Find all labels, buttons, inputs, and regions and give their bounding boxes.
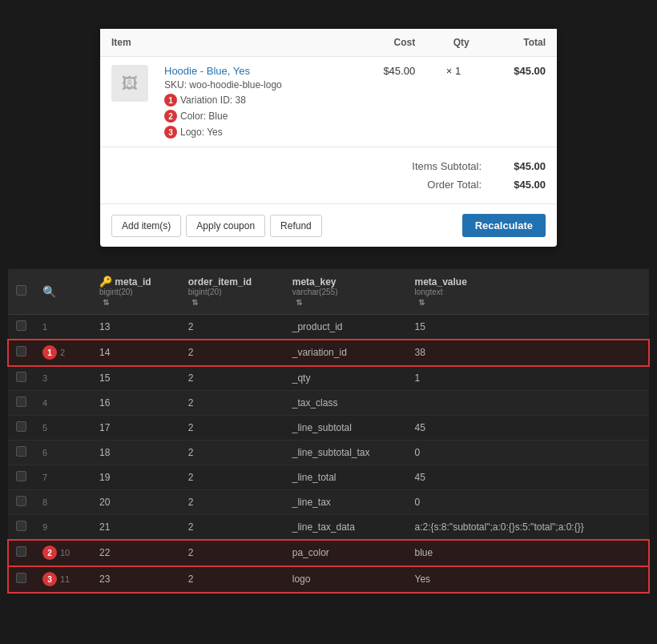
select-all-checkbox[interactable] bbox=[16, 285, 26, 296]
row-checkbox-cell bbox=[8, 366, 34, 391]
row-num-cell: 210 bbox=[34, 540, 91, 566]
cell-order-item_id: 2 bbox=[180, 416, 284, 441]
cell-meta-id: 23 bbox=[91, 566, 180, 593]
cell-order-item_id: 2 bbox=[180, 566, 284, 593]
cell-meta-id: 20 bbox=[91, 490, 180, 515]
order-total-label: Order Total: bbox=[427, 179, 482, 191]
cell-meta-key: _variation_id bbox=[284, 340, 407, 366]
row-checkbox[interactable] bbox=[16, 372, 26, 382]
cell-meta-value: 45 bbox=[407, 416, 650, 441]
product-info-cell: Hoodie - Blue, Yes SKU: woo-hoodie-blue-… bbox=[153, 57, 350, 147]
cell-meta-value: blue bbox=[407, 540, 650, 566]
cell-meta-value: 38 bbox=[407, 340, 650, 366]
cell-meta-value: 1 bbox=[407, 366, 650, 391]
product-link[interactable]: Hoodie - Blue, Yes bbox=[164, 65, 250, 77]
row-checkbox[interactable] bbox=[16, 471, 26, 481]
row-number: 4 bbox=[34, 391, 91, 416]
cell-meta-key: _line_tax bbox=[284, 490, 407, 515]
order-item-id-header[interactable]: order_item_id bigint(20) ⇅ bbox=[180, 269, 284, 315]
table-row: 210222pa_colorblue bbox=[8, 540, 649, 566]
meta-id-label: meta_id bbox=[115, 276, 151, 288]
table-row: 1132_product_id15 bbox=[8, 315, 649, 340]
row-checkbox-cell bbox=[8, 465, 34, 490]
search-icon[interactable]: 🔍 bbox=[42, 285, 56, 298]
subtotal-row: Items Subtotal: $45.00 bbox=[111, 157, 546, 175]
cost-header: Cost bbox=[350, 29, 426, 57]
table-row: 7192_line_total45 bbox=[8, 465, 649, 490]
refund-button[interactable]: Refund bbox=[270, 215, 322, 237]
row-checkbox[interactable] bbox=[16, 421, 26, 432]
meta-value-sort[interactable]: ⇅ bbox=[418, 298, 425, 307]
cell-order-item_id: 2 bbox=[180, 315, 284, 340]
meta-id-header[interactable]: 🔑 meta_id bigint(20) ⇅ bbox=[91, 269, 180, 315]
cell-meta-id: 18 bbox=[91, 441, 180, 465]
cell-meta-key: _product_id bbox=[284, 315, 407, 340]
cell-meta-id: 16 bbox=[91, 391, 180, 416]
row-checkbox[interactable] bbox=[16, 521, 26, 531]
row-number: 3 bbox=[34, 366, 91, 391]
logo-label: Logo: Yes bbox=[180, 127, 223, 138]
cell-meta-key: _tax_class bbox=[284, 391, 407, 416]
row-number: 7 bbox=[34, 465, 91, 490]
apply-coupon-button[interactable]: Apply coupon bbox=[186, 215, 265, 237]
variation-id-label: Variation ID: 38 bbox=[180, 95, 246, 106]
recalculate-button[interactable]: Recalculate bbox=[462, 214, 546, 237]
cell-order-item_id: 2 bbox=[180, 366, 284, 391]
row-badge: 2 bbox=[42, 545, 57, 560]
cell-order-item_id: 2 bbox=[180, 441, 284, 465]
meta-key-label: meta_key bbox=[292, 276, 337, 288]
row-checkbox[interactable] bbox=[16, 546, 26, 557]
row-checkbox[interactable] bbox=[16, 446, 26, 457]
variation-badge-1: 1 bbox=[164, 94, 177, 107]
product-sku: SKU: woo-hoodie-blue-logo bbox=[164, 79, 339, 91]
meta-key-sort[interactable]: ⇅ bbox=[296, 298, 302, 307]
row-checkbox-cell bbox=[8, 416, 34, 441]
cell-meta-key: pa_color bbox=[284, 540, 407, 566]
row-checkbox-cell bbox=[8, 340, 34, 366]
meta-value-label: meta_value bbox=[415, 276, 467, 288]
cell-meta-id: 17 bbox=[91, 416, 180, 441]
row-checkbox-cell bbox=[8, 391, 34, 416]
order-total-value: $45.00 bbox=[498, 179, 546, 191]
order-panel: Item Cost Qty Total 🖼 Hoodie - Blue, Yes bbox=[100, 29, 557, 247]
item-header: Item bbox=[100, 29, 350, 57]
row-checkbox-cell bbox=[8, 441, 34, 465]
row-checkbox-cell bbox=[8, 515, 34, 540]
row-checkbox-cell bbox=[8, 540, 34, 566]
table-row: 9212_line_tax_dataa:2:{s:8:"subtotal";a:… bbox=[8, 515, 649, 540]
cell-meta-key: _line_total bbox=[284, 465, 407, 490]
row-number: 1 bbox=[34, 315, 91, 340]
meta-id-sort[interactable]: ⇅ bbox=[103, 298, 109, 307]
cell-order-item_id: 2 bbox=[180, 391, 284, 416]
row-number: 11 bbox=[60, 574, 70, 584]
subtotal-label: Items Subtotal: bbox=[412, 160, 482, 172]
meta-key-type: varchar(255) bbox=[292, 288, 399, 296]
cell-meta-value: a:2:{s:8:"subtotal";a:0:{}s:5:"total";a:… bbox=[407, 515, 650, 540]
row-checkbox[interactable] bbox=[16, 573, 26, 583]
row-num-cell: 12 bbox=[34, 340, 91, 366]
order-item-id-sort[interactable]: ⇅ bbox=[191, 298, 198, 307]
add-items-button[interactable]: Add item(s) bbox=[111, 215, 181, 237]
color-row: 2 Color: Blue bbox=[164, 110, 339, 123]
cell-meta-id: 13 bbox=[91, 315, 180, 340]
row-number: 6 bbox=[34, 441, 91, 465]
meta-key-header[interactable]: meta_key varchar(255) ⇅ bbox=[284, 269, 407, 315]
db-table: 🔍 🔑 meta_id bigint(20) ⇅ order_item_id b… bbox=[8, 269, 649, 593]
order-item-id-type: bigint(20) bbox=[188, 288, 276, 296]
cell-meta-value bbox=[407, 391, 650, 416]
row-checkbox[interactable] bbox=[16, 346, 26, 356]
row-checkbox[interactable] bbox=[16, 320, 26, 331]
row-checkbox[interactable] bbox=[16, 396, 26, 407]
subtotal-value: $45.00 bbox=[498, 160, 546, 172]
image-placeholder-icon: 🖼 bbox=[122, 74, 138, 93]
row-number: 5 bbox=[34, 416, 91, 441]
cell-meta-key: _line_tax_data bbox=[284, 515, 407, 540]
table-row: 311232logoYes bbox=[8, 566, 649, 593]
key-icon: 🔑 bbox=[99, 276, 112, 288]
action-buttons-left: Add item(s) Apply coupon Refund bbox=[111, 215, 322, 237]
table-row: 4162_tax_class bbox=[8, 391, 649, 416]
meta-value-header[interactable]: meta_value longtext ⇅ bbox=[407, 269, 650, 315]
logo-row: 3 Logo: Yes bbox=[164, 126, 339, 139]
cell-meta-value: 0 bbox=[407, 490, 650, 515]
row-checkbox[interactable] bbox=[16, 496, 26, 506]
